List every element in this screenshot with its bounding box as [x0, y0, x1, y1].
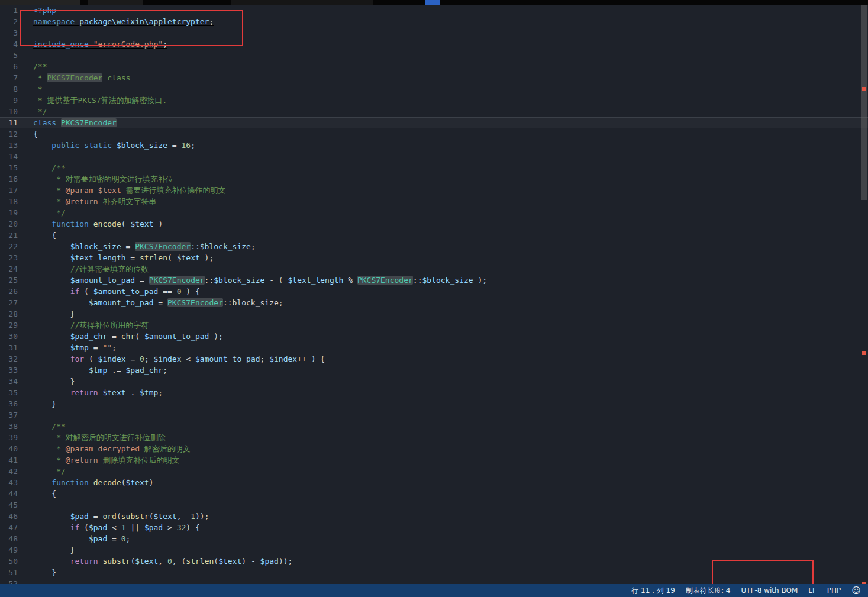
code-line[interactable]: 38 /**	[0, 421, 868, 432]
line-number: 10	[0, 106, 18, 117]
line-number: 11	[0, 117, 18, 128]
line-number: 33	[0, 364, 18, 376]
code-text: */	[33, 466, 66, 477]
code-line[interactable]: 8 *	[0, 83, 868, 95]
code-line[interactable]: 32 for ( $index = 0; $index < $amount_to…	[0, 353, 868, 364]
code-line[interactable]: 3	[0, 27, 868, 38]
code-line[interactable]: 5	[0, 50, 868, 61]
code-line[interactable]: 4include_once "errorCode.php";	[0, 38, 868, 50]
line-number: 46	[0, 511, 18, 522]
tab-segment-4[interactable]	[425, 0, 440, 5]
code-text: public static $block_size = 16;	[33, 140, 195, 151]
code-line[interactable]: 47 if ($pad < 1 || $pad > 32) {	[0, 522, 868, 533]
line-number: 29	[0, 320, 18, 331]
code-line[interactable]: 48 $pad = 0;	[0, 533, 868, 544]
code-text: * PKCS7Encoder class	[33, 72, 130, 83]
code-line[interactable]: 16 * 对需要加密的明文进行填充补位	[0, 173, 868, 185]
code-line[interactable]: 39 * 对解密后的明文进行补位删除	[0, 432, 868, 443]
code-line[interactable]: 18 * @return 补齐明文字符串	[0, 196, 868, 207]
line-number: 18	[0, 196, 18, 207]
code-line[interactable]: 27 $amount_to_pad = PKCS7Encoder::block_…	[0, 297, 868, 308]
code-text: $text_length = strlen( $text );	[33, 252, 214, 263]
code-line[interactable]: 7 * PKCS7Encoder class	[0, 72, 868, 83]
code-text: * @param decrypted 解密后的明文	[33, 443, 191, 454]
cursor-position-indicator[interactable]: 行 11 , 列 19	[631, 586, 675, 596]
line-number: 23	[0, 252, 18, 263]
line-number: 3	[0, 27, 18, 38]
line-number: 12	[0, 128, 18, 140]
code-line[interactable]: 29 //获得补位所用的字符	[0, 320, 868, 331]
eol-indicator[interactable]: LF	[808, 586, 817, 595]
line-number: 28	[0, 308, 18, 320]
code-line[interactable]: 37	[0, 409, 868, 421]
tab-segment-3[interactable]	[231, 0, 373, 5]
code-line[interactable]: 33 $tmp .= $pad_chr;	[0, 364, 868, 376]
code-line[interactable]: 52	[0, 578, 868, 584]
code-line[interactable]: 21 {	[0, 230, 868, 241]
code-text: include_once "errorCode.php";	[33, 38, 167, 50]
code-line[interactable]: 23 $text_length = strlen( $text );	[0, 252, 868, 263]
code-text: * @return 删除填充补位后的明文	[33, 454, 179, 466]
line-number: 24	[0, 263, 18, 275]
feedback-smiley-icon[interactable]: ☺	[851, 586, 861, 595]
code-line[interactable]: 9 * 提供基于PKCS7算法的加解密接口.	[0, 95, 868, 106]
code-line[interactable]: 13 public static $block_size = 16;	[0, 140, 868, 151]
code-line[interactable]: 11class PKCS7Encoder	[0, 117, 868, 128]
language-mode-indicator[interactable]: PHP	[827, 586, 841, 595]
tab-segment-1[interactable]	[0, 0, 80, 5]
code-line[interactable]: 49 }	[0, 544, 868, 556]
code-line[interactable]: 14	[0, 151, 868, 162]
code-line[interactable]: 45	[0, 499, 868, 511]
code-line[interactable]: 19 */	[0, 207, 868, 218]
line-number: 37	[0, 409, 18, 421]
code-line[interactable]: 35 return $text . $tmp;	[0, 387, 868, 398]
code-line[interactable]: 34 }	[0, 376, 868, 387]
code-line[interactable]: 20 function encode( $text )	[0, 218, 868, 230]
code-line[interactable]: 44 {	[0, 488, 868, 499]
code-line[interactable]: 40 * @param decrypted 解密后的明文	[0, 443, 868, 454]
tab-bar	[0, 0, 868, 5]
code-line[interactable]: 31 $tmp = "";	[0, 342, 868, 353]
code-line[interactable]: 25 $amount_to_pad = PKCS7Encoder::$block…	[0, 275, 868, 286]
code-line[interactable]: 51 }	[0, 567, 868, 578]
code-text: <?php	[33, 5, 56, 16]
code-line[interactable]: 26 if ( $amount_to_pad == 0 ) {	[0, 286, 868, 297]
code-line[interactable]: 43 function decode($text)	[0, 477, 868, 488]
code-line[interactable]: 1<?php	[0, 5, 868, 16]
code-text: for ( $index = 0; $index < $amount_to_pa…	[33, 353, 325, 364]
code-text: */	[33, 106, 47, 117]
tab-segment-2[interactable]	[88, 0, 143, 5]
editor-pane[interactable]: 1<?php2namespace package\weixin\appletcr…	[0, 5, 868, 584]
line-number: 34	[0, 376, 18, 387]
code-line[interactable]: 12{	[0, 128, 868, 140]
code-line[interactable]: 30 $pad_chr = chr( $amount_to_pad );	[0, 331, 868, 342]
code-text: if ($pad < 1 || $pad > 32) {	[33, 522, 200, 533]
tab-size-indicator[interactable]: 制表符长度: 4	[686, 586, 731, 596]
line-number: 27	[0, 297, 18, 308]
code-line[interactable]: 41 * @return 删除填充补位后的明文	[0, 454, 868, 466]
code-line[interactable]: 28 }	[0, 308, 868, 320]
code-line[interactable]: 36 }	[0, 398, 868, 409]
line-number: 14	[0, 151, 18, 162]
encoding-indicator[interactable]: UTF-8 with BOM	[741, 586, 798, 595]
code-line[interactable]: 15 /**	[0, 162, 868, 173]
code-line[interactable]: 17 * @param $text 需要进行填充补位操作的明文	[0, 185, 868, 196]
code-text: function encode( $text )	[33, 218, 163, 230]
status-bar: 行 11 , 列 19 制表符长度: 4 UTF-8 with BOM LF P…	[0, 584, 868, 597]
line-number: 15	[0, 162, 18, 173]
code-line[interactable]: 46 $pad = ord(substr($text, -1));	[0, 511, 868, 522]
code-line[interactable]: 42 */	[0, 466, 868, 477]
code-line[interactable]: 50 return substr($text, 0, (strlen($text…	[0, 556, 868, 567]
code-line[interactable]: 6/**	[0, 61, 868, 72]
line-number: 19	[0, 207, 18, 218]
code-line[interactable]: 22 $block_size = PKCS7Encoder::$block_si…	[0, 241, 868, 252]
line-number: 42	[0, 466, 18, 477]
scrollbar-thumb[interactable]	[861, 5, 867, 200]
line-number: 36	[0, 398, 18, 409]
vertical-scrollbar[interactable]	[860, 5, 868, 584]
code-line[interactable]: 2namespace package\weixin\appletcrypter;	[0, 16, 868, 27]
overview-ruler-mark-1	[862, 87, 866, 91]
code-line[interactable]: 10 */	[0, 106, 868, 117]
code-text: * 提供基于PKCS7算法的加解密接口.	[33, 95, 167, 106]
code-line[interactable]: 24 //计算需要填充的位数	[0, 263, 868, 275]
